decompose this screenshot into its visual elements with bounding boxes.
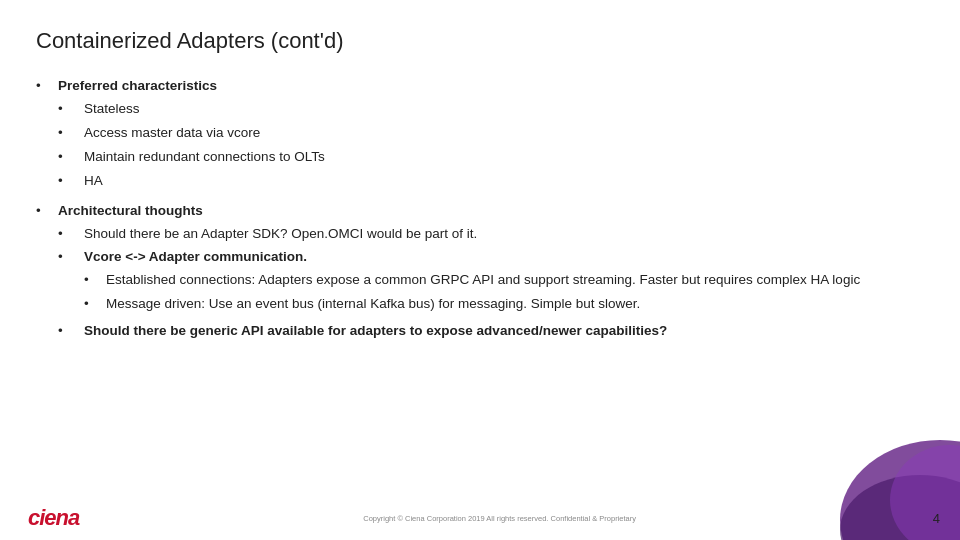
bullet-maintain: •: [58, 147, 80, 168]
list-item-vcore: • Vcore <-> Adapter communication. • Est…: [58, 247, 860, 318]
list-item-architectural: • Architectural thoughts • Should there …: [36, 201, 924, 346]
architectural-section: Architectural thoughts • Should there be…: [58, 201, 860, 346]
preferred-children: • Stateless • Access master data via vco…: [58, 99, 325, 192]
page-number: 4: [920, 511, 940, 526]
vcore-section: Vcore <-> Adapter communication. • Estab…: [84, 247, 860, 318]
message-driven-text: Message driven: Use an event bus (intern…: [106, 294, 640, 315]
bullet-ha: •: [58, 171, 80, 192]
preferred-section: Preferred characteristics • Stateless • …: [58, 76, 325, 195]
list-item-stateless: • Stateless: [58, 99, 325, 120]
bullet-sdk: •: [58, 224, 80, 245]
slide-title: Containerized Adapters (cont'd): [36, 28, 924, 54]
copyright-text: Copyright © Ciena Corporation 2019 All r…: [109, 514, 890, 523]
bullet-established: •: [84, 270, 102, 291]
list-item-preferred: • Preferred characteristics • Stateless …: [36, 76, 924, 195]
footer: ciena Copyright © Ciena Corporation 2019…: [0, 496, 960, 540]
ciena-logo: ciena: [28, 505, 79, 531]
list-item-generic-api: • Should there be generic API available …: [58, 321, 860, 342]
list-item-access-master: • Access master data via vcore: [58, 123, 325, 144]
access-master-text: Access master data via vcore: [84, 123, 260, 144]
vcore-children: • Established connections: Adapters expo…: [84, 270, 860, 315]
sdk-text: Should there be an Adapter SDK? Open.OMC…: [84, 224, 477, 245]
vcore-label: Vcore <-> Adapter communication.: [84, 249, 307, 264]
bullet-preferred: •: [36, 76, 54, 97]
stateless-text: Stateless: [84, 99, 140, 120]
bullet-architectural: •: [36, 201, 54, 222]
bullet-stateless: •: [58, 99, 80, 120]
architectural-label: Architectural thoughts: [58, 203, 203, 218]
ha-text: HA: [84, 171, 103, 192]
bullet-message: •: [84, 294, 102, 315]
established-text: Established connections: Adapters expose…: [106, 270, 860, 291]
preferred-label: Preferred characteristics: [58, 78, 217, 93]
list-item-established: • Established connections: Adapters expo…: [84, 270, 860, 291]
list-item-ha: • HA: [58, 171, 325, 192]
list-item-maintain: • Maintain redundant connections to OLTs: [58, 147, 325, 168]
generic-api-text: Should there be generic API available fo…: [84, 321, 667, 342]
main-list: • Preferred characteristics • Stateless …: [36, 76, 924, 345]
list-item-message-driven: • Message driven: Use an event bus (inte…: [84, 294, 860, 315]
maintain-text: Maintain redundant connections to OLTs: [84, 147, 325, 168]
bullet-access: •: [58, 123, 80, 144]
bullet-generic: •: [58, 321, 80, 342]
architectural-children: • Should there be an Adapter SDK? Open.O…: [58, 224, 860, 343]
bullet-vcore: •: [58, 247, 80, 268]
slide: Containerized Adapters (cont'd) • Prefer…: [0, 0, 960, 540]
list-item-sdk: • Should there be an Adapter SDK? Open.O…: [58, 224, 860, 245]
slide-content: • Preferred characteristics • Stateless …: [36, 76, 924, 345]
